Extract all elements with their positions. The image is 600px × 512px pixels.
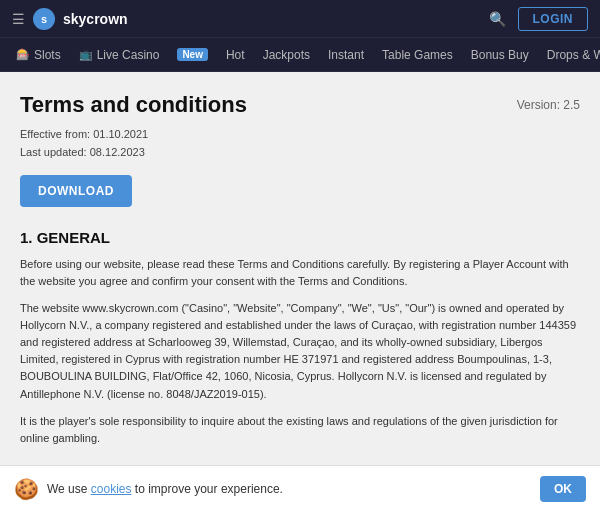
effective-from: Effective from: 01.10.2021 <box>20 126 580 144</box>
search-icon[interactable]: 🔍 <box>489 11 506 27</box>
nav-bar: 🎰 Slots 📺 Live Casino New Hot Jackpots I… <box>0 38 600 72</box>
nav-item-bonus-buy[interactable]: Bonus Buy <box>463 44 537 66</box>
nav-label-table-games: Table Games <box>382 48 453 62</box>
nav-label-slots: Slots <box>34 48 61 62</box>
nav-item-drops-wins[interactable]: Drops & Wins <box>539 44 600 66</box>
nav-item-hot[interactable]: Hot <box>218 44 253 66</box>
login-button[interactable]: LOGIN <box>518 7 589 31</box>
header-left: ☰ s skycrown <box>12 8 489 30</box>
header-right: 🔍 LOGIN <box>489 7 589 31</box>
version-text: Version: 2.5 <box>517 92 580 112</box>
section-general-heading: 1. GENERAL <box>20 229 580 246</box>
dates-section: Effective from: 01.10.2021 Last updated:… <box>20 126 580 161</box>
nav-label-hot: Hot <box>226 48 245 62</box>
nav-item-table-games[interactable]: Table Games <box>374 44 461 66</box>
cookie-ok-button[interactable]: OK <box>540 476 586 502</box>
section-general-p1: Before using our website, please read th… <box>20 256 580 290</box>
section-general: 1. GENERAL Before using our website, ple… <box>20 229 580 446</box>
cookie-text: We use cookies to improve your experienc… <box>47 482 532 496</box>
page-title: Terms and conditions <box>20 92 247 118</box>
section-general-p3: It is the player's sole responsibility t… <box>20 413 580 447</box>
page-header: Terms and conditions Version: 2.5 <box>20 92 580 118</box>
header: ☰ s skycrown 🔍 LOGIN <box>0 0 600 38</box>
logo-icon: s <box>33 8 55 30</box>
main-content: Terms and conditions Version: 2.5 Effect… <box>0 72 600 512</box>
cookie-link[interactable]: cookies <box>91 482 132 496</box>
nav-item-jackpots[interactable]: Jackpots <box>255 44 318 66</box>
download-button[interactable]: DOWNLOAD <box>20 175 132 207</box>
nav-item-instant[interactable]: Instant <box>320 44 372 66</box>
last-updated: Last updated: 08.12.2023 <box>20 144 580 162</box>
nav-label-instant: Instant <box>328 48 364 62</box>
menu-icon[interactable]: ☰ <box>12 11 25 27</box>
nav-item-new[interactable]: New <box>169 44 216 65</box>
nav-label-drops-wins: Drops & Wins <box>547 48 600 62</box>
nav-item-slots[interactable]: 🎰 Slots <box>8 44 69 66</box>
logo-initial: s <box>41 13 47 25</box>
nav-label-jackpots: Jackpots <box>263 48 310 62</box>
slots-icon: 🎰 <box>16 48 30 61</box>
cookie-bar: 🍪 We use cookies to improve your experie… <box>0 465 600 512</box>
new-badge: New <box>177 48 208 61</box>
section-general-p2: The website www.skycrown.com ("Casino", … <box>20 300 580 402</box>
nav-item-live-casino[interactable]: 📺 Live Casino <box>71 44 168 66</box>
logo-text: skycrown <box>63 11 128 27</box>
live-casino-icon: 📺 <box>79 48 93 61</box>
cookie-icon: 🍪 <box>14 477 39 501</box>
nav-label-live-casino: Live Casino <box>97 48 160 62</box>
nav-label-bonus-buy: Bonus Buy <box>471 48 529 62</box>
